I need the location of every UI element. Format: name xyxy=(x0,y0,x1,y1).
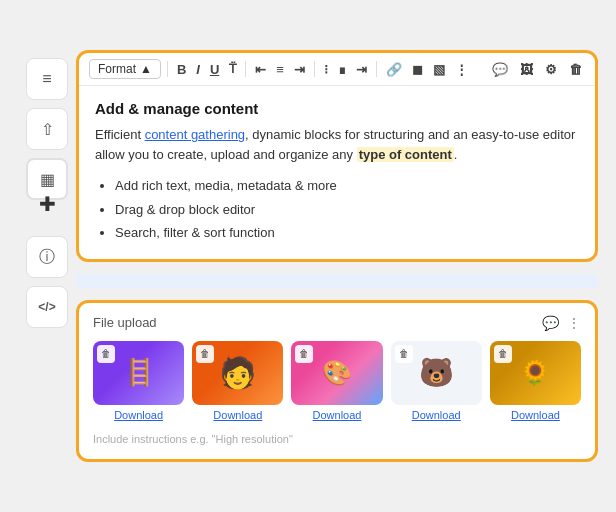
list-item-2: Drag & drop block editor xyxy=(115,198,579,221)
file-upload-icons: 💬 ⋮ xyxy=(542,315,581,331)
format-dropdown-icon: ▲ xyxy=(140,62,152,76)
bold-icon[interactable]: B xyxy=(174,60,189,79)
block-icon: ▦ xyxy=(40,170,55,189)
delete-btn-1[interactable]: 🗑 xyxy=(97,345,115,363)
format-label: Format xyxy=(98,62,136,76)
list-item-3: Search, filter & sort function xyxy=(115,221,579,244)
upload-icon: ⇧ xyxy=(41,120,54,139)
table-icon[interactable]: ▧ xyxy=(430,60,448,79)
info-icon: ⓘ xyxy=(39,247,55,268)
thumb-item-2: 🗑 🧑 Download xyxy=(192,341,283,421)
editor-block: Format ▲ B I U T̈ ⇤ ≡ ⇥ ⁝ ∎ ⇥ 🔗 ◼ ▧ xyxy=(76,50,598,261)
comment-icon[interactable]: 💬 xyxy=(489,60,511,79)
main-wrapper: ≡ ⇧ ▦ ✚ ⓘ </> Format ▲ B I xyxy=(18,50,598,461)
download-link-2[interactable]: Download xyxy=(213,409,262,421)
delete-btn-4[interactable]: 🗑 xyxy=(395,345,413,363)
ordered-list-icon[interactable]: ∎ xyxy=(335,60,349,79)
more-icon[interactable]: ⋮ xyxy=(452,60,471,79)
indent-icon[interactable]: ⇥ xyxy=(353,60,370,79)
thumb-img-3: 🗑 🎨 xyxy=(291,341,382,405)
toolbar-separator-1 xyxy=(167,61,168,77)
file-upload-block: File upload 💬 ⋮ 🗑 🪜 Download xyxy=(76,300,598,462)
list-item-1: Add rich text, media, metadata & more xyxy=(115,174,579,197)
sidebar-btn-info[interactable]: ⓘ xyxy=(26,236,68,278)
code-icon: </> xyxy=(38,300,55,314)
download-link-3[interactable]: Download xyxy=(313,409,362,421)
toolbar-right: 💬 🖼 ⚙ 🗑 xyxy=(489,60,585,79)
align-right-icon[interactable]: ⇥ xyxy=(291,60,308,79)
thumb-emoji-2: 🧑 xyxy=(219,358,256,388)
thumb-img-5: 🗑 🌻 xyxy=(490,341,581,405)
text-align-icon: ≡ xyxy=(42,70,51,88)
thumb-emoji-3: 🎨 xyxy=(322,359,352,387)
gap-area xyxy=(76,274,598,288)
thumb-img-2: 🗑 🧑 xyxy=(192,341,283,405)
drag-handle-icon[interactable]: ✚ xyxy=(39,192,56,216)
sidebar-btn-block[interactable]: ▦ ✚ xyxy=(26,158,68,200)
underline-icon[interactable]: U xyxy=(207,60,222,79)
settings-icon[interactable]: ⚙ xyxy=(542,60,560,79)
sidebar-btn-upload[interactable]: ⇧ xyxy=(26,108,68,150)
format-button[interactable]: Format ▲ xyxy=(89,59,161,79)
file-upload-header: File upload 💬 ⋮ xyxy=(93,315,581,331)
thumb-emoji-4: 🐻 xyxy=(419,356,454,389)
strikethrough-icon[interactable]: T̈ xyxy=(226,60,239,78)
thumb-emoji-5: 🌻 xyxy=(520,359,550,387)
thumb-item-3: 🗑 🎨 Download xyxy=(291,341,382,421)
highlight-text: type of content xyxy=(357,147,454,162)
link-icon[interactable]: 🔗 xyxy=(383,60,405,79)
download-link-5[interactable]: Download xyxy=(511,409,560,421)
thumb-emoji-1: 🪜 xyxy=(123,357,155,388)
thumb-item-4: 🗑 🐻 Download xyxy=(391,341,482,421)
thumb-item-5: 🗑 🌻 Download xyxy=(490,341,581,421)
body-text-1: Efficient xyxy=(95,127,145,142)
download-link-4[interactable]: Download xyxy=(412,409,461,421)
align-center-icon[interactable]: ≡ xyxy=(273,60,287,79)
trash-icon[interactable]: 🗑 xyxy=(566,60,585,79)
file-upload-placeholder: Include instructions e.g. "High resoluti… xyxy=(93,431,581,447)
toolbar-separator-2 xyxy=(245,61,246,77)
align-left-icon[interactable]: ⇤ xyxy=(252,60,269,79)
content-area: Format ▲ B I U T̈ ⇤ ≡ ⇥ ⁝ ∎ ⇥ 🔗 ◼ ▧ xyxy=(76,50,598,461)
file-upload-title: File upload xyxy=(93,315,157,330)
sidebar-btn-text[interactable]: ≡ xyxy=(26,58,68,100)
toolbar-separator-3 xyxy=(314,61,315,77)
editor-list: Add rich text, media, metadata & more Dr… xyxy=(95,174,579,244)
delete-btn-2[interactable]: 🗑 xyxy=(196,345,214,363)
embed-icon[interactable]: ◼ xyxy=(409,60,426,79)
delete-btn-5[interactable]: 🗑 xyxy=(494,345,512,363)
download-link-1[interactable]: Download xyxy=(114,409,163,421)
editor-toolbar: Format ▲ B I U T̈ ⇤ ≡ ⇥ ⁝ ∎ ⇥ 🔗 ◼ ▧ xyxy=(79,53,595,86)
thumbnails: 🗑 🪜 Download 🗑 🧑 Download 🗑 xyxy=(93,341,581,421)
italic-icon[interactable]: I xyxy=(193,60,203,79)
thumb-img-1: 🗑 🪜 xyxy=(93,341,184,405)
body-text-3: . xyxy=(454,147,458,162)
sidebar: ≡ ⇧ ▦ ✚ ⓘ </> xyxy=(18,50,76,461)
file-more-icon[interactable]: ⋮ xyxy=(567,315,581,331)
editor-content: Add & manage content Efficient content g… xyxy=(79,86,595,258)
editor-body: Efficient content gathering, dynamic blo… xyxy=(95,125,579,164)
thumb-img-4: 🗑 🐻 xyxy=(391,341,482,405)
file-comment-icon[interactable]: 💬 xyxy=(542,315,559,331)
content-gathering-link[interactable]: content gathering xyxy=(145,127,245,142)
sidebar-btn-code[interactable]: </> xyxy=(26,286,68,328)
thumb-item-1: 🗑 🪜 Download xyxy=(93,341,184,421)
delete-btn-3[interactable]: 🗑 xyxy=(295,345,313,363)
editor-title: Add & manage content xyxy=(95,100,579,117)
image-icon[interactable]: 🖼 xyxy=(517,60,536,79)
list-icon[interactable]: ⁝ xyxy=(321,60,331,79)
toolbar-separator-4 xyxy=(376,61,377,77)
